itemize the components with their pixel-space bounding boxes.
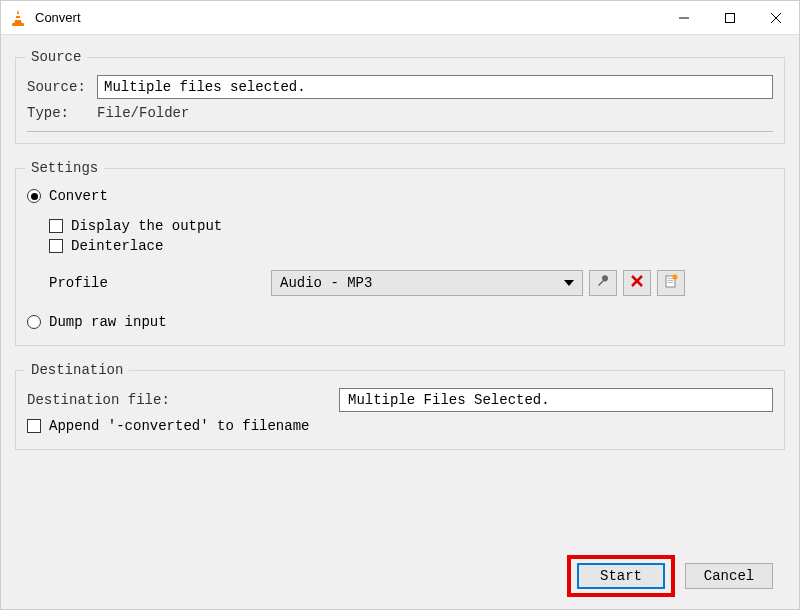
source-input[interactable] — [97, 75, 773, 99]
checkbox-icon — [49, 239, 63, 253]
svg-rect-11 — [668, 278, 674, 279]
deinterlace-checkbox[interactable]: Deinterlace — [49, 238, 773, 254]
window-title: Convert — [35, 10, 661, 25]
profile-value: Audio - MP3 — [280, 275, 564, 291]
maximize-button[interactable] — [707, 1, 753, 35]
checkbox-icon — [49, 219, 63, 233]
convert-radio-label: Convert — [49, 188, 108, 204]
start-button[interactable]: Start — [577, 563, 665, 589]
svg-rect-3 — [12, 23, 24, 26]
profile-label: Profile — [27, 275, 265, 291]
type-value: File/Folder — [97, 105, 189, 121]
destination-group: Destination Destination file: Append '-c… — [15, 362, 785, 450]
titlebar: Convert — [1, 1, 799, 35]
append-converted-checkbox[interactable]: Append '-converted' to filename — [27, 418, 773, 434]
type-label: Type: — [27, 105, 97, 121]
dialog-content: Source Source: Type: File/Folder Setting… — [1, 35, 799, 609]
destination-file-input[interactable] — [339, 388, 773, 412]
radio-icon — [27, 315, 41, 329]
svg-rect-5 — [726, 13, 735, 22]
svg-rect-1 — [16, 14, 21, 16]
settings-group: Settings Convert Display the output Dein… — [15, 160, 785, 346]
svg-marker-0 — [14, 10, 22, 24]
svg-rect-13 — [668, 282, 674, 283]
svg-rect-2 — [15, 18, 22, 20]
vlc-cone-icon — [9, 9, 27, 27]
source-label: Source: — [27, 79, 97, 95]
highlight-annotation: Start — [567, 555, 675, 597]
deinterlace-label: Deinterlace — [71, 238, 163, 254]
checkbox-icon — [27, 419, 41, 433]
new-profile-button[interactable] — [657, 270, 685, 296]
wrench-icon — [595, 273, 611, 293]
dump-raw-radio[interactable]: Dump raw input — [27, 314, 773, 330]
dest-file-label: Destination file: — [27, 392, 339, 408]
settings-legend: Settings — [25, 160, 104, 176]
dump-raw-label: Dump raw input — [49, 314, 167, 330]
source-group: Source Source: Type: File/Folder — [15, 49, 785, 144]
svg-point-14 — [673, 275, 678, 280]
convert-radio[interactable]: Convert — [27, 188, 773, 204]
source-legend: Source — [25, 49, 87, 65]
convert-dialog: Convert Source Source: Type: File/Fo — [0, 0, 800, 610]
display-output-checkbox[interactable]: Display the output — [49, 218, 773, 234]
dialog-footer: Start Cancel — [15, 549, 785, 601]
edit-profile-button[interactable] — [589, 270, 617, 296]
display-output-label: Display the output — [71, 218, 222, 234]
new-document-icon — [664, 274, 678, 292]
destination-legend: Destination — [25, 362, 129, 378]
window-controls — [661, 1, 799, 35]
chevron-down-icon — [564, 280, 574, 286]
svg-rect-12 — [668, 280, 674, 281]
delete-profile-button[interactable] — [623, 270, 651, 296]
append-converted-label: Append '-converted' to filename — [49, 418, 309, 434]
profile-dropdown[interactable]: Audio - MP3 — [271, 270, 583, 296]
close-button[interactable] — [753, 1, 799, 35]
cancel-button[interactable]: Cancel — [685, 563, 773, 589]
minimize-button[interactable] — [661, 1, 707, 35]
x-icon — [630, 274, 644, 292]
radio-icon — [27, 189, 41, 203]
